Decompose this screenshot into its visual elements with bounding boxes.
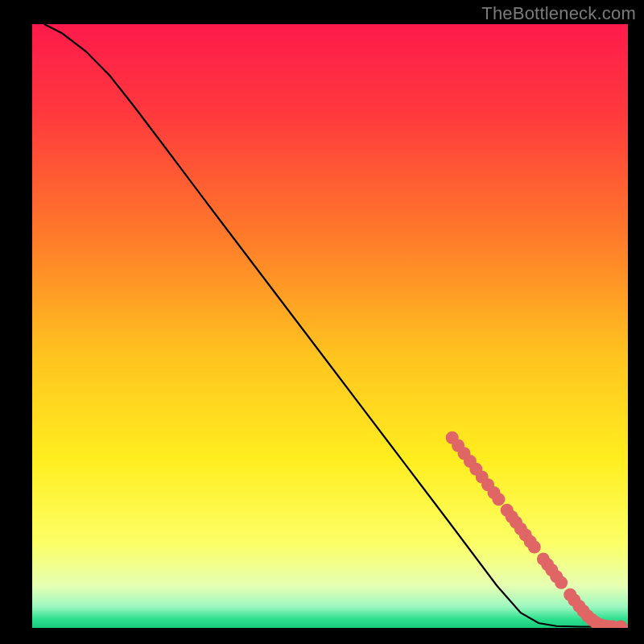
data-marker [555,576,568,589]
plot-background [32,24,628,628]
data-marker [492,493,505,506]
chart-stage: TheBottleneck.com [0,0,644,644]
data-marker [528,541,541,554]
bottleneck-chart [0,0,644,644]
data-marker [630,621,643,634]
data-marker [614,621,627,634]
data-marker [626,621,639,634]
